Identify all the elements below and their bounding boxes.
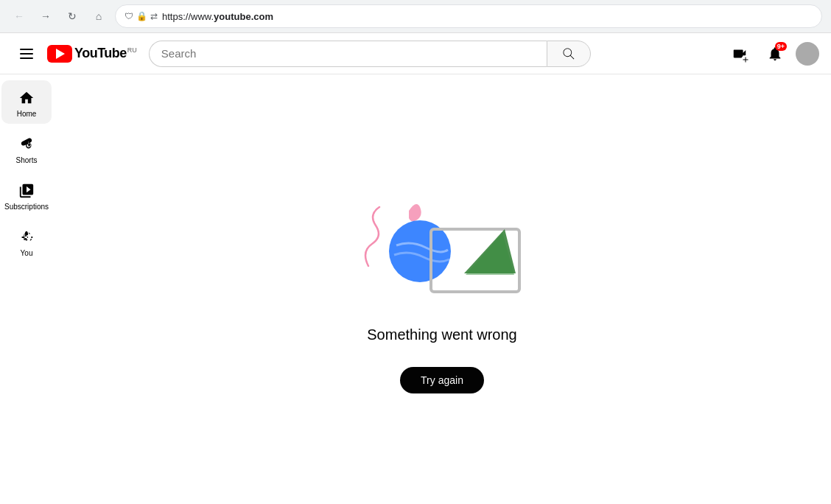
youtube-logo[interactable]: YouTube RU [47,45,137,63]
error-title: Something went wrong [367,326,516,343]
you-icon [18,228,35,246]
sidebar-item-subscriptions[interactable]: Subscriptions [1,173,52,217]
avatar[interactable] [796,42,819,66]
reload-button[interactable]: ↻ [62,6,83,27]
error-illustration [346,185,538,303]
play-triangle-icon [56,49,65,59]
search-icon [561,46,576,61]
network-icon: ⇄ [150,11,158,21]
shorts-label: Shorts [16,156,38,164]
shorts-icon [18,136,35,153]
address-bar[interactable]: 🛡 🔒 ⇄ https://www.youtube.com [115,4,822,28]
sidebar: Home Shorts Subscriptions [0,74,53,504]
header-actions: 9+ [725,39,819,69]
home-icon [18,89,35,107]
you-label: You [21,249,33,257]
shield-icon: 🛡 [125,11,133,21]
search-button[interactable] [547,41,591,67]
search-form [149,41,591,67]
youtube-play-icon [47,45,72,63]
subscriptions-label: Subscriptions [4,203,49,211]
subscriptions-icon [18,182,35,200]
yt-main: Home Shorts Subscriptions [0,74,831,504]
logo-country: RU [127,46,137,54]
search-input[interactable] [149,41,547,67]
plus-overlay-icon [741,55,750,64]
lock-icon: 🔒 [136,11,147,21]
home-button[interactable]: ⌂ [88,6,109,27]
youtube-app: YouTube RU [0,33,831,504]
browser-chrome: ← → ↻ ⌂ 🛡 🔒 ⇄ https://www.youtube.com [0,0,831,33]
forward-button[interactable]: → [35,6,56,27]
back-button[interactable]: ← [9,6,29,27]
create-button[interactable] [725,39,754,69]
try-again-button[interactable]: Try again [400,367,484,393]
yt-header: YouTube RU [0,33,831,74]
home-label: Home [17,110,37,118]
search-container [149,41,719,67]
error-content: Something went wrong Try again [53,74,831,504]
url-display: https://www.youtube.com [162,11,813,22]
sidebar-item-home[interactable]: Home [1,80,52,124]
sidebar-item-you[interactable]: You [1,220,52,263]
hamburger-icon [20,49,33,59]
sidebar-item-shorts[interactable]: Shorts [1,127,52,170]
error-svg [346,185,538,303]
notifications-button[interactable]: 9+ [760,39,790,69]
notification-badge: 9+ [775,42,787,51]
logo-text: YouTube [74,46,127,61]
hamburger-menu-button[interactable] [12,39,41,69]
security-icons: 🛡 🔒 ⇄ [125,11,158,21]
